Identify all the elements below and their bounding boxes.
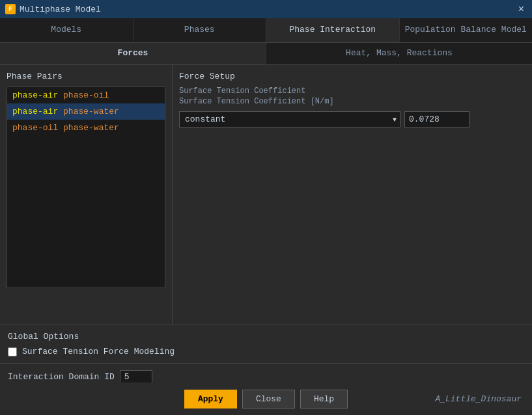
tab-phase-interaction[interactable]: Phase Interaction xyxy=(266,18,400,42)
app-icon: F xyxy=(5,4,16,14)
main-content: Phase Pairs phase-air phase-oil phase-ai… xyxy=(0,65,532,325)
dropdown-wrapper: constant user-defined xyxy=(179,111,400,127)
surface-tension-checkbox-label[interactable]: Surface Tension Force Modeling xyxy=(22,347,175,356)
phase-pair-air-oil[interactable]: phase-air phase-oil xyxy=(7,87,165,103)
phase-air-label-2: phase-air xyxy=(12,107,58,116)
surface-tension-label: Surface Tension Coefficient xyxy=(179,87,525,96)
phase-pair-air-water[interactable]: phase-air phase-water xyxy=(7,103,165,120)
phase-pairs-title: Phase Pairs xyxy=(7,72,165,81)
window-title: Multiphase Model xyxy=(20,5,101,14)
footer-brand: A_Little_Dinosaur xyxy=(435,394,522,404)
phase-water-label-2: phase-water xyxy=(63,107,119,116)
phase-oil-label-3: phase-oil xyxy=(12,123,58,133)
tab-heat-mass-reactions[interactable]: Heat, Mass, Reactions xyxy=(266,43,532,64)
surface-tension-checkbox[interactable] xyxy=(8,347,17,356)
tab-models[interactable]: Models xyxy=(0,18,133,42)
tab-forces[interactable]: Forces xyxy=(0,43,266,64)
tension-value-input[interactable] xyxy=(404,111,469,127)
top-tabs: Models Phases Phase Interaction Populati… xyxy=(0,18,532,43)
constant-dropdown[interactable]: constant user-defined xyxy=(179,111,400,127)
phase-pair-oil-water[interactable]: phase-oil phase-water xyxy=(7,120,165,136)
global-options-section: Global Options Surface Tension Force Mod… xyxy=(0,325,532,364)
tab-phases[interactable]: Phases xyxy=(133,18,267,42)
force-setup-row: constant user-defined xyxy=(179,111,525,127)
title-bar: F Multiphase Model × xyxy=(0,0,532,18)
phase-pairs-list: phase-air phase-oil phase-air phase-wate… xyxy=(7,87,165,288)
footer-buttons: Apply Close Help xyxy=(184,390,348,408)
phase-water-label-3: phase-water xyxy=(63,123,119,133)
force-setup-title: Force Setup xyxy=(179,72,525,81)
surface-tension-unit: Surface Tension Coefficient [N/m] xyxy=(179,97,525,106)
left-panel: Phase Pairs phase-air phase-oil phase-ai… xyxy=(0,65,173,325)
help-button[interactable]: Help xyxy=(300,390,348,408)
interaction-domain-label: Interaction Domain ID xyxy=(8,372,115,382)
right-panel: Force Setup Surface Tension Coefficient … xyxy=(173,65,532,325)
footer: Apply Close Help A_Little_Dinosaur xyxy=(0,382,532,415)
tab-population-balance[interactable]: Population Balance Model xyxy=(400,18,533,42)
phase-air-label-1: phase-air xyxy=(12,90,58,100)
close-window-button[interactable]: × xyxy=(516,4,527,14)
apply-button[interactable]: Apply xyxy=(184,390,237,408)
close-button[interactable]: Close xyxy=(242,390,295,408)
sub-tabs: Forces Heat, Mass, Reactions xyxy=(0,43,532,65)
title-bar-left: F Multiphase Model xyxy=(5,4,101,14)
phase-oil-label-1: phase-oil xyxy=(63,90,109,100)
interaction-domain-input[interactable] xyxy=(120,370,152,384)
surface-tension-checkbox-row: Surface Tension Force Modeling xyxy=(8,347,524,356)
global-options-title: Global Options xyxy=(8,332,524,341)
